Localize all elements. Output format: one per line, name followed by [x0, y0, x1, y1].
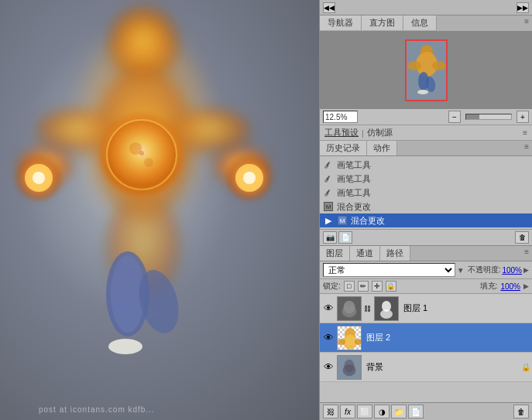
canvas-area: post at icontans.com kdfb...: [0, 0, 319, 420]
layer-link-btn[interactable]: ⛓: [323, 405, 338, 418]
tool-presets-collapse[interactable]: ≡: [523, 128, 527, 137]
svg-point-34: [324, 166, 328, 169]
layer-name-1: 图层 1: [400, 302, 530, 314]
layer-row-1[interactable]: 👁 ⛓ 图层 1: [320, 294, 532, 323]
opacity-control: 不透明度: 100% ▶: [468, 265, 529, 275]
right-panel: ◀◀ ▶▶ 导航器 直方图 信息 ≡: [319, 0, 532, 420]
collapse-btn-right[interactable]: ▶▶: [517, 2, 529, 13]
svg-point-30: [432, 61, 446, 70]
tab-layers[interactable]: 图层: [320, 246, 350, 261]
layer-thumbnail-2: [337, 326, 362, 350]
history-item-label-3: 画笔工具: [337, 187, 371, 199]
layer-fx-btn[interactable]: fx: [340, 405, 355, 418]
layer-link-1: ⛓: [363, 305, 371, 312]
layer-visibility-bg[interactable]: 👁: [321, 360, 335, 374]
history-item-label-1: 画笔工具: [337, 159, 371, 171]
svg-point-9: [33, 172, 45, 184]
history-panel-collapse[interactable]: ≡: [521, 141, 532, 155]
layers-tabs: 图层 通道 路径 ≡: [320, 246, 532, 261]
svg-point-45: [345, 335, 355, 346]
blend-mode-wrapper: 正常 溶解 正片叠底 ▼: [323, 263, 465, 277]
zoom-input[interactable]: [323, 111, 358, 123]
layer-visibility-1[interactable]: 👁: [321, 302, 335, 316]
history-item-label-4: 混合更改: [337, 201, 371, 213]
layer-lock-icon-bg: 🔒: [521, 363, 530, 372]
layer-mask-btn[interactable]: ⬜: [357, 405, 372, 418]
history-bottom-bar: 📷 📄 🗑: [320, 229, 532, 245]
tool-presets-bar: 工具预设 | 仿制源 ≡: [320, 125, 532, 141]
zoom-control: − +: [320, 109, 532, 125]
tab-history[interactable]: 历史记录: [320, 141, 367, 155]
navigator-preview[interactable]: [405, 39, 448, 101]
preview-area: [320, 32, 532, 109]
collapse-btn-left[interactable]: ◀◀: [323, 2, 335, 13]
tab-actions[interactable]: 动作: [367, 141, 397, 155]
svg-point-36: [324, 193, 328, 196]
svg-point-46: [338, 339, 345, 345]
zoom-out-btn[interactable]: −: [448, 111, 461, 123]
layer-new-btn[interactable]: 📄: [408, 405, 424, 418]
tab-navigator[interactable]: 导航器: [320, 15, 362, 31]
history-item-5[interactable]: ▶ M 混合更改: [320, 213, 532, 227]
layers-bottom-bar: ⛓ fx ⬜ ◑ 📁 📄 🗑: [320, 402, 532, 420]
blend-mode-select[interactable]: 正常 溶解 正片叠底: [323, 263, 455, 277]
layer-name-bg: 背景: [363, 361, 520, 373]
fill-value[interactable]: 100%: [500, 282, 520, 291]
svg-point-12: [243, 172, 256, 184]
history-delete-btn[interactable]: 🗑: [515, 231, 529, 244]
lock-position-btn[interactable]: ✛: [372, 281, 383, 292]
layer-name-2: 图层 2: [363, 332, 530, 343]
history-item-3[interactable]: 画笔工具: [320, 186, 532, 200]
tool-preset-label2[interactable]: 仿制源: [367, 127, 393, 138]
history-item-label-5: 混合更改: [351, 215, 385, 227]
history-merge-icon-1: M: [323, 201, 334, 212]
layer-delete-btn[interactable]: 🗑: [513, 405, 529, 418]
tool-preset-label1[interactable]: 工具预设: [324, 127, 359, 138]
lock-transparent-btn[interactable]: □: [344, 281, 355, 292]
opacity-value[interactable]: 100%: [502, 266, 522, 275]
layer-thumbnail-1: [337, 296, 362, 321]
history-new-snapshot-btn[interactable]: 📷: [323, 231, 337, 244]
tab-info[interactable]: 信息: [403, 15, 437, 31]
blend-mode-arrow: ▼: [457, 266, 465, 275]
nav-panel-collapse[interactable]: ≡: [521, 15, 532, 31]
history-tabs: 历史记录 动作 ≡: [320, 141, 532, 156]
svg-point-23: [108, 339, 142, 354]
history-active-indicator: ▶: [323, 215, 334, 226]
zoom-in-btn[interactable]: +: [517, 111, 529, 123]
fill-arrow: ▶: [523, 282, 529, 290]
layer-row-2[interactable]: 👁 图层 2: [320, 323, 532, 353]
svg-point-29: [407, 61, 421, 70]
svg-point-33: [417, 90, 428, 94]
layer-thumbnail-bg: [337, 355, 362, 380]
layers-panel-collapse[interactable]: ≡: [521, 246, 532, 261]
blend-opacity-row: 正常 溶解 正片叠底 ▼ 不透明度: 100% ▶: [320, 261, 532, 279]
layer-row-background[interactable]: 👁 背景 🔒: [320, 353, 532, 382]
fill-label: 填充:: [480, 281, 498, 292]
top-bar: ◀◀ ▶▶: [320, 0, 532, 15]
lock-label: 锁定:: [323, 281, 341, 292]
layer-visibility-2[interactable]: 👁: [321, 331, 335, 345]
preview-svg: [407, 41, 446, 100]
tab-histogram[interactable]: 直方图: [362, 15, 403, 31]
history-brush-icon-1: [323, 159, 334, 170]
history-item-2[interactable]: 画笔工具: [320, 172, 532, 186]
nav-tabs: 导航器 直方图 信息 ≡: [320, 15, 532, 32]
svg-point-35: [324, 179, 328, 183]
history-item-label-2: 画笔工具: [337, 173, 371, 185]
lock-pixels-btn[interactable]: ✏: [358, 281, 369, 292]
layer-group-btn[interactable]: 📁: [391, 405, 407, 418]
canvas-figure-svg: [0, 0, 319, 420]
lock-all-btn[interactable]: 🔒: [386, 281, 396, 292]
tab-paths[interactable]: 路径: [380, 246, 410, 261]
history-item-1[interactable]: 画笔工具: [320, 158, 532, 172]
fill-row: 填充: 100% ▶: [480, 281, 529, 292]
history-merge-icon-2: M: [337, 215, 348, 226]
layer-mask-1: [374, 296, 399, 321]
history-item-4[interactable]: M 混合更改: [320, 200, 532, 213]
history-new-document-btn[interactable]: 📄: [338, 231, 352, 244]
svg-point-39: [342, 306, 357, 317]
history-brush-icon-3: [323, 187, 334, 198]
tab-channels[interactable]: 通道: [350, 246, 380, 261]
layer-adjustment-btn[interactable]: ◑: [374, 405, 390, 418]
